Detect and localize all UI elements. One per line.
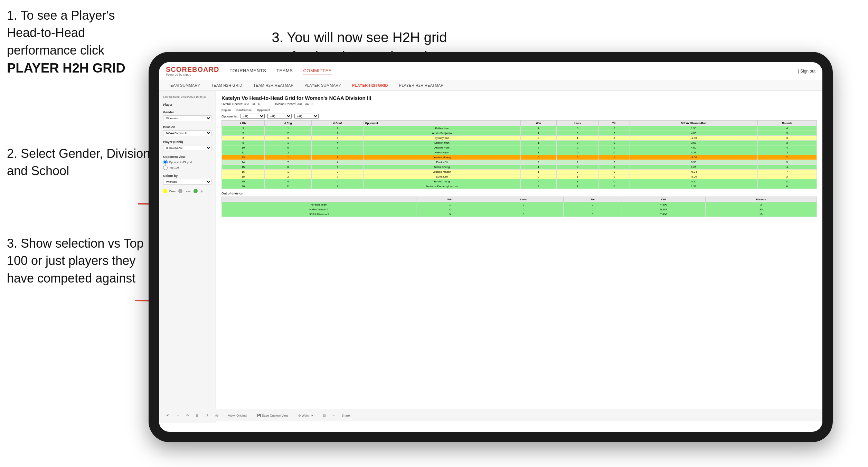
cell-diff: 1.50 — [630, 126, 757, 131]
sidebar-colour-label: Colour by — [163, 174, 211, 178]
division-record: Division Record: 331 - 34 - 6 — [274, 102, 313, 106]
sidebar-player-rank-section: Player (Rank) 8. Katelyn Vo — [163, 140, 211, 151]
sidebar-player-label: Player — [163, 103, 211, 106]
cell-rounds: 2 — [757, 155, 817, 160]
division-select[interactable]: NCAA Division III — [163, 130, 211, 136]
cell-div: 14 — [222, 160, 265, 165]
grid-button[interactable]: ⊞ — [194, 413, 201, 418]
view-original-button[interactable]: View: Original — [226, 413, 249, 418]
out-table-row: NCAA Division 2 5 0 0 7.400 10 — [222, 212, 817, 217]
bottom-toolbar: ↶ ← ↷ ⊞ ↺ ◷ View: Original 💾 Save Custom… — [159, 409, 822, 421]
main-nav: TOURNAMENTS TEAMS COMMITTEE — [229, 67, 798, 75]
out-col-rounds: Rounds — [705, 197, 817, 202]
cell-div: 16 — [222, 170, 265, 174]
cell-rounds: 11 — [757, 179, 817, 184]
legend-label-up: Up — [200, 190, 203, 193]
subnav-team-summary[interactable]: TEAM SUMMARY — [166, 82, 202, 88]
cell-opponent: Jessica Mason — [364, 170, 520, 174]
subnav-team-h2h-grid[interactable]: TEAM H2H GRID — [209, 82, 244, 88]
save-custom-view-button[interactable]: 💾 Save Custom View — [255, 413, 290, 418]
top100-radio[interactable]: Top 100 — [163, 165, 211, 170]
subnav-player-h2h-grid[interactable]: PLAYER H2H GRID — [350, 82, 390, 88]
grid-records: Overall Record: 353 - 34 - 6 Division Re… — [221, 102, 817, 106]
table-row: 11 2 5 Heejo Hyun 1 0 0 3.33 3 — [222, 150, 817, 155]
cell-conf: 7 — [312, 184, 364, 189]
cell-loss: 0 — [556, 126, 598, 131]
opponents-played-radio[interactable]: Opponents Played — [163, 160, 211, 164]
cell-diff: -1.00 — [630, 136, 757, 141]
sidebar-opponent-view-label: Opponent view — [163, 155, 211, 159]
gender-select[interactable]: Women's — [163, 115, 211, 121]
subnav-player-summary[interactable]: PLAYER SUMMARY — [302, 82, 343, 88]
layout-button[interactable]: ⊡ — [321, 413, 328, 418]
cell-loss: 1 — [556, 174, 598, 179]
redo-button[interactable]: ↷ — [184, 413, 191, 418]
table-row: 9 1 4 Sharon Mun 1 0 0 3.67 3 — [222, 141, 817, 145]
region-filter-select[interactable]: (All) — [240, 114, 265, 119]
colour-select[interactable]: Win/loss — [163, 179, 211, 185]
cell-reg: 3 — [265, 136, 312, 141]
filter-conference-group: Conference — [236, 108, 252, 112]
cell-div: 6 — [222, 136, 265, 141]
nav-committee[interactable]: COMMITTEE — [303, 67, 332, 75]
cell-win: 2 — [520, 184, 556, 189]
cell-div: 13 — [222, 155, 265, 160]
cell-opponent: Sharon Mun — [364, 141, 520, 145]
cell-opponent: Federica Domecq Lacroze — [364, 184, 520, 189]
nav-tournaments[interactable]: TOURNAMENTS — [229, 67, 266, 75]
subnav-player-h2h-heatmap[interactable]: PLAYER H2H HEATMAP — [397, 82, 445, 88]
opponents-played-input[interactable] — [163, 160, 168, 164]
menu-button[interactable]: ≡ — [331, 413, 337, 418]
filter-region-group: Region — [221, 108, 231, 112]
cell-tie: 0 — [599, 126, 630, 131]
out-col-diff: Diff — [622, 197, 705, 202]
toolbar-divider-1 — [223, 413, 223, 418]
cell-tie: 1 — [599, 155, 630, 160]
cell-loss: 1 — [556, 179, 598, 184]
top100-input[interactable] — [163, 165, 168, 170]
time-button[interactable]: ◷ — [213, 413, 220, 418]
out-cell-loss: 0 — [484, 212, 563, 217]
sign-out-button[interactable]: | Sign out — [798, 69, 815, 74]
instruction-3-left: 3. Show selection vs Top 100 or just pla… — [7, 235, 159, 287]
watch-button[interactable]: ⊙ Watch ▾ — [296, 413, 315, 418]
out-cell-rounds: 2 — [705, 202, 817, 207]
cell-opponent: Sydney Kuo — [364, 136, 520, 141]
cell-opponent: Jessica Huang — [364, 155, 520, 160]
sub-nav: TEAM SUMMARY TEAM H2H GRID TEAM H2H HEAT… — [159, 80, 822, 91]
undo-button[interactable]: ↶ — [164, 413, 171, 418]
cell-loss: 2 — [556, 160, 598, 165]
cell-tie: 0 — [599, 141, 630, 145]
cell-opponent: Stella Cheng — [364, 165, 520, 170]
instruction-2-text: 2. Select Gender, Division and School — [7, 146, 150, 178]
tablet-frame: SCOREBOARD Powered by clippd TOURNAMENTS… — [149, 52, 833, 442]
overall-record-value: 353 - 34 - 6 — [244, 102, 260, 106]
subnav-team-h2h-heatmap[interactable]: TEAM H2H HEATMAP — [251, 82, 295, 88]
refresh-button[interactable]: ↺ — [204, 413, 210, 418]
tablet-screen: SCOREBOARD Powered by clippd TOURNAMENTS… — [159, 62, 822, 432]
out-cell-tie: 0 — [563, 202, 622, 207]
col-loss: Loss — [556, 121, 598, 126]
cell-div: 3 — [222, 126, 265, 131]
cell-div: 20 — [222, 184, 265, 189]
cell-rounds: 3 — [757, 141, 817, 145]
table-row: 10 6 3 Andrea York 2 0 0 4.00 4 — [222, 145, 817, 150]
out-cell-diff: 9.267 — [622, 207, 705, 212]
back-button[interactable]: ← — [174, 413, 181, 418]
col-reg: # Reg — [265, 121, 312, 126]
nav-teams[interactable]: TEAMS — [276, 67, 293, 75]
col-div: # Div — [222, 121, 265, 126]
player-rank-select[interactable]: 8. Katelyn Vo — [163, 145, 211, 151]
sidebar-gender-section: Gender Women's — [163, 111, 211, 121]
cell-reg: 1 — [265, 126, 312, 131]
table-row: 20 11 7 Federica Domecq Lacroze 2 1 0 1.… — [222, 184, 817, 189]
conference-filter-select[interactable]: (All) — [267, 114, 292, 119]
sidebar-division-section: Division NCAA Division III — [163, 125, 211, 136]
cell-conf: 1 — [312, 126, 364, 131]
share-button[interactable]: Share — [339, 413, 352, 418]
out-cell-tie: 0 — [563, 212, 622, 217]
cell-loss: 0 — [556, 150, 598, 155]
main-content: Last Updated: 27/03/2024 16:55:38 Player… — [159, 91, 822, 423]
col-diff: Diff Av Strokes/Rnd — [630, 121, 757, 126]
opponent-filter-select[interactable]: (All) — [294, 114, 319, 119]
